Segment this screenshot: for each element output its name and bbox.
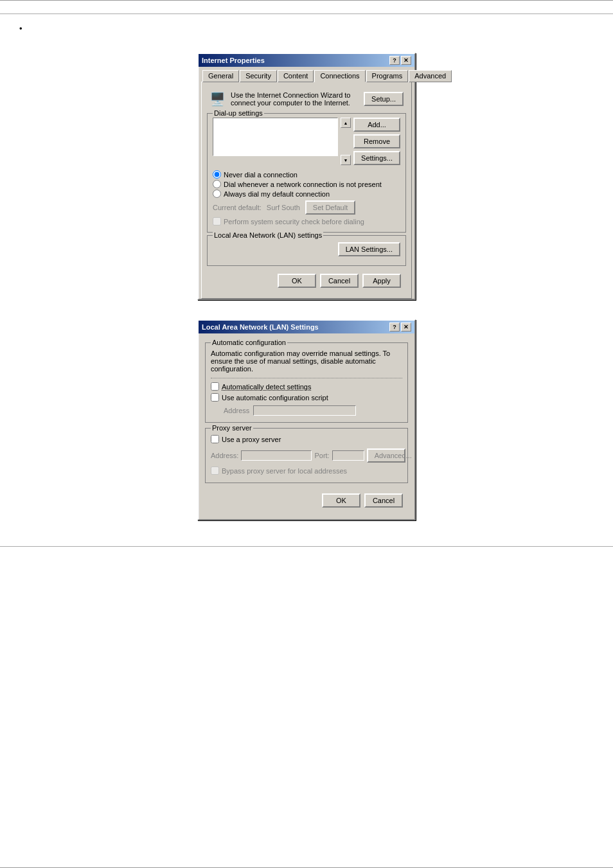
lan-close-button[interactable]: ✕ (401, 323, 411, 332)
lan-ok-button[interactable]: OK (322, 493, 360, 508)
lan-cancel-button[interactable]: Cancel (364, 493, 403, 508)
close-button[interactable]: ✕ (401, 56, 411, 65)
dialup-listbox[interactable] (213, 118, 338, 156)
tab-general[interactable]: General (202, 70, 239, 82)
set-default-button[interactable]: Set Default (305, 200, 355, 215)
use-proxy-label: Use a proxy server (222, 436, 281, 443)
perform-check-label: Perform system security check before dia… (224, 218, 364, 226)
lan-dialog-buttons: OK Cancel (205, 488, 408, 513)
lan-content: Automatic configuration Automatic config… (199, 333, 414, 519)
perform-check-input[interactable] (213, 217, 221, 226)
tab-connections[interactable]: Connections (314, 70, 365, 82)
address-row: Address (224, 405, 402, 416)
help-button[interactable]: ? (389, 56, 400, 65)
auto-detect-checkbox[interactable]: Automatically detect settings (211, 382, 402, 391)
radio-always-dial[interactable]: Always dial my default connection (213, 190, 400, 198)
internet-properties-titlebar: Internet Properties ? ✕ (199, 54, 414, 67)
proxy-server-group: Proxy server Use a proxy server Address:… (205, 428, 408, 483)
proxy-group-label: Proxy server (211, 424, 253, 432)
advanced-button[interactable]: Advanced... (367, 448, 405, 463)
radio-dial-whenever[interactable]: Dial whenever a network connection is no… (213, 180, 400, 188)
proxy-port-label: Port: (314, 452, 329, 459)
lan-group-label: Local Area Network (LAN) settings (213, 231, 323, 239)
radio-never-label: Never dial a connection (224, 171, 298, 179)
current-default-label: Current default: (213, 204, 262, 211)
tab-bar: General Security Content Connections Pro… (199, 67, 414, 82)
setup-text: Use the Internet Connection Wizard to co… (231, 91, 359, 107)
lan-settings-titlebar: Local Area Network (LAN) Settings ? ✕ (199, 321, 414, 333)
lan-titlebar-buttons: ? ✕ (389, 323, 411, 332)
auto-script-checkbox[interactable]: Use automatic configuration script (211, 393, 402, 402)
perform-check-checkbox[interactable]: Perform system security check before dia… (213, 217, 400, 226)
tab-advanced[interactable]: Advanced (409, 70, 452, 82)
use-proxy-checkbox[interactable]: Use a proxy server (211, 435, 402, 443)
setup-button[interactable]: Setup... (364, 92, 404, 106)
dialup-listbox-area: ▲ ▼ Add... Remove Settings... (213, 118, 400, 165)
auto-config-group-label: Automatic configuration (211, 339, 287, 346)
settings-button[interactable]: Settings... (353, 151, 400, 165)
proxy-address-row: Address: Port: Advanced... (211, 448, 402, 463)
ok-button[interactable]: OK (278, 274, 316, 288)
dialog-buttons: OK Cancel Apply (207, 269, 406, 293)
proxy-port-input[interactable] (332, 450, 364, 461)
auto-detect-input[interactable] (211, 382, 219, 391)
apply-button[interactable]: Apply (362, 274, 401, 288)
auto-script-label: Use automatic configuration script (222, 394, 328, 402)
radio-whenever-input[interactable] (213, 180, 221, 188)
add-button[interactable]: Add... (353, 118, 400, 132)
titlebar-buttons: ? ✕ (389, 56, 411, 65)
dialup-group-label: Dial-up settings (213, 109, 264, 117)
use-proxy-input[interactable] (211, 435, 219, 443)
lan-settings-dialog: Local Area Network (LAN) Settings ? ✕ Au… (197, 319, 416, 520)
auto-script-input[interactable] (211, 393, 219, 402)
remove-button[interactable]: Remove (353, 134, 400, 148)
setup-area: 🖥️ Use the Internet Connection Wizard to… (207, 87, 406, 111)
auto-config-group: Automatic configuration Automatic config… (205, 342, 408, 423)
current-default-value: Surf South (267, 204, 300, 211)
radio-always-label: Always dial my default connection (224, 190, 330, 198)
tab-security[interactable]: Security (240, 70, 277, 82)
bullet-point: • (19, 24, 22, 33)
cancel-button[interactable]: Cancel (320, 274, 359, 288)
tab-programs[interactable]: Programs (366, 70, 409, 82)
connections-tab-content: 🖥️ Use the Internet Connection Wizard to… (201, 82, 412, 299)
scroll-down-btn[interactable]: ▼ (341, 155, 351, 165)
tab-content[interactable]: Content (278, 70, 314, 82)
bypass-proxy-input[interactable] (211, 466, 219, 475)
proxy-address-input[interactable] (241, 450, 312, 461)
lan-settings-button[interactable]: LAN Settings... (338, 242, 400, 256)
lan-settings-title: Local Area Network (LAN) Settings (202, 323, 319, 331)
bypass-proxy-label: Bypass proxy server for local addresses (222, 467, 347, 475)
radio-whenever-label: Dial whenever a network connection is no… (224, 181, 382, 188)
radio-never-input[interactable] (213, 170, 221, 179)
internet-properties-title: Internet Properties (202, 57, 265, 64)
connection-wizard-icon: 🖥️ (209, 91, 226, 107)
auto-config-desc: Automatic configuration may override man… (211, 350, 402, 373)
address-label: Address (224, 407, 249, 414)
radio-never[interactable]: Never dial a connection (213, 170, 400, 179)
address-input[interactable] (253, 405, 356, 416)
proxy-address-label: Address: (211, 452, 238, 459)
dialup-scrollbar: ▲ ▼ (341, 118, 351, 165)
bypass-proxy-checkbox[interactable]: Bypass proxy server for local addresses (211, 466, 402, 475)
radio-always-input[interactable] (213, 190, 221, 198)
internet-properties-dialog: Internet Properties ? ✕ General Security… (197, 53, 416, 300)
auto-detect-label: Automatically detect settings (222, 383, 311, 391)
scroll-up-btn[interactable]: ▲ (341, 118, 351, 128)
lan-help-button[interactable]: ? (389, 323, 400, 332)
